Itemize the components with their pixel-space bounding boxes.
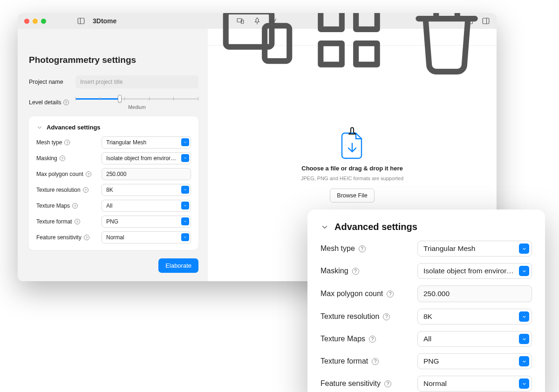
advanced-settings-title: Advanced settings (47, 124, 101, 131)
texture-maps-label-zoom: Texture Maps (320, 335, 365, 343)
texture-resolution-label: Texture resolution (36, 187, 81, 193)
help-icon[interactable]: ? (352, 268, 359, 275)
max-polygon-input-zoom[interactable]: 250.000 (417, 285, 532, 302)
chevron-down-icon (519, 243, 529, 254)
masking-label: Masking (36, 155, 57, 162)
settings-sidebar: Photogrammetry settings Project name Lev… (18, 29, 208, 281)
chevron-down-icon (36, 124, 43, 131)
help-icon[interactable]: ? (383, 313, 390, 320)
project-name-label: Project name (29, 79, 71, 85)
browse-file-button[interactable]: Browse File (330, 189, 374, 203)
traffic-lights (24, 19, 46, 24)
help-icon[interactable]: ? (63, 100, 69, 105)
chevron-down-icon (519, 356, 529, 366)
chevron-down-icon (181, 202, 189, 210)
advanced-settings-toggle-zoom[interactable]: Advanced settings (320, 222, 532, 232)
upload-file-icon (338, 125, 366, 161)
svg-rect-6 (320, 13, 342, 29)
help-icon[interactable]: ? (86, 171, 91, 177)
help-icon[interactable]: ? (384, 380, 391, 387)
level-details-label: Level details ? (29, 99, 71, 106)
elaborate-button[interactable]: Elaborate (158, 258, 198, 273)
chevron-down-icon (320, 223, 329, 231)
feature-sensitivity-label-zoom: Feature sensitivity (320, 379, 381, 388)
help-icon[interactable]: ? (64, 140, 70, 145)
chevron-down-icon (181, 186, 189, 194)
help-icon[interactable]: ? (75, 219, 80, 224)
svg-rect-2 (241, 20, 244, 24)
masking-label-zoom: Masking (320, 267, 348, 275)
max-polygon-label: Max polygon count (36, 171, 83, 177)
masking-select[interactable]: Isolate object from envirorm... (102, 152, 191, 164)
feature-sensitivity-select-zoom[interactable]: Normal (417, 376, 532, 392)
texture-resolution-label-zoom: Texture resolution (320, 312, 379, 321)
help-icon[interactable]: ? (72, 203, 78, 209)
feature-sensitivity-select[interactable]: Normal (102, 231, 191, 243)
project-name-input[interactable] (75, 75, 198, 88)
texture-format-label-zoom: Texture format (320, 357, 368, 365)
svg-rect-7 (356, 13, 377, 29)
svg-rect-0 (78, 18, 84, 24)
help-icon[interactable]: ? (369, 336, 376, 343)
texture-maps-select[interactable]: All (102, 200, 191, 212)
help-icon[interactable]: ? (83, 187, 89, 193)
advanced-settings-zoom: Advanced settings Mesh type?Triangular M… (307, 210, 545, 392)
dropzone-title: Choose a file or drag & drop it here (301, 165, 402, 172)
max-polygon-input[interactable]: 250.000 (102, 168, 191, 180)
max-polygon-label-zoom: Max polygon count (320, 290, 383, 298)
masking-select-zoom[interactable]: Isolate object from envirorm... (417, 263, 532, 279)
chevron-down-icon (181, 138, 189, 146)
dropzone-subtitle: JPEG, PNG and HEIC formats are supported (301, 176, 403, 181)
mesh-type-select[interactable]: Triangular Mesh (102, 136, 191, 149)
advanced-settings-title-zoom: Advanced settings (334, 222, 417, 232)
canvas-toolbar (208, 29, 497, 46)
chevron-down-icon (519, 311, 529, 322)
chevron-down-icon (181, 217, 189, 225)
chevron-down-icon (181, 233, 189, 241)
help-icon[interactable]: ? (372, 358, 379, 365)
level-details-value: Medium (75, 104, 198, 110)
help-icon[interactable]: ? (387, 291, 394, 297)
texture-format-select[interactable]: PNG (102, 216, 191, 228)
help-icon[interactable]: ? (84, 235, 89, 240)
devices-icon[interactable] (236, 17, 245, 25)
toggle-sidebar-icon[interactable] (77, 17, 85, 25)
chevron-down-icon (181, 154, 189, 162)
texture-format-select-zoom[interactable]: PNG (417, 353, 532, 369)
texture-maps-select-zoom[interactable]: All (417, 331, 532, 347)
page-title: Photogrammetry settings (29, 55, 198, 65)
chevron-down-icon (519, 266, 529, 276)
feature-sensitivity-label: Feature sensitivity (36, 234, 82, 241)
help-icon[interactable]: ? (359, 245, 366, 252)
mesh-type-select-zoom[interactable]: Triangular Mesh (417, 241, 532, 257)
minimize-window-icon[interactable] (33, 19, 38, 24)
chart-icon[interactable] (270, 17, 278, 25)
help-icon[interactable]: ? (60, 155, 65, 161)
chevron-down-icon (519, 378, 529, 389)
pin-icon[interactable] (253, 17, 261, 25)
texture-resolution-select-zoom[interactable]: 8K (417, 309, 532, 324)
texture-format-label: Texture format (36, 218, 72, 225)
close-window-icon[interactable] (24, 19, 29, 24)
maximize-window-icon[interactable] (41, 19, 46, 24)
texture-maps-label: Texture Maps (36, 203, 70, 209)
app-title: 3Dtome (93, 17, 116, 25)
mesh-type-label-zoom: Mesh type (320, 244, 355, 253)
texture-resolution-select[interactable]: 8K (102, 184, 191, 196)
chevron-down-icon (519, 334, 529, 344)
mesh-type-label: Mesh type (36, 139, 62, 146)
advanced-settings-toggle[interactable]: Advanced settings (36, 124, 191, 131)
level-details-slider[interactable] (75, 95, 198, 102)
advanced-settings-card: Advanced settings Mesh type? Triangular … (29, 116, 198, 250)
